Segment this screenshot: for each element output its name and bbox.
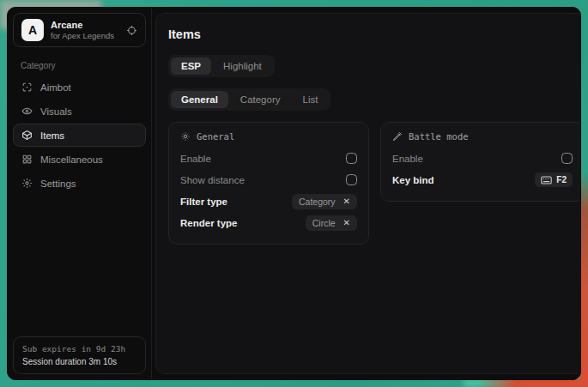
setting-row-filter-type: Filter type Category ✕ [180, 190, 357, 212]
battle-enable-checkbox[interactable] [561, 153, 573, 164]
tab-category[interactable]: Category [230, 91, 291, 108]
tab-esp[interactable]: ESP [171, 57, 211, 75]
crosshair-icon[interactable] [126, 25, 137, 36]
settings-panels: General Enable Show distance Filter type [168, 122, 581, 245]
sidebar-item-aimbot[interactable]: Aimbot [13, 76, 146, 99]
setting-row-battle-enable: Enable [392, 148, 573, 169]
sidebar-item-items[interactable]: Items [13, 124, 146, 147]
app-name: Arcane [51, 20, 114, 30]
sidebar-item-label: Settings [40, 178, 76, 189]
mode-tabs-row: ESP Highlight [168, 55, 581, 77]
main-area: Items ESP Highlight General Category Lis… [152, 8, 581, 379]
gear-icon [21, 178, 33, 189]
sidebar-item-label: Items [40, 130, 64, 141]
session-duration-text: Session duration 3m 10s [22, 357, 136, 366]
panel-title: Battle mode [409, 131, 469, 142]
tab-highlight[interactable]: Highlight [213, 57, 272, 75]
select-value: Circle [312, 218, 336, 228]
mode-tabs: ESP Highlight [168, 55, 275, 77]
battle-mode-panel-header: Battle mode [392, 131, 573, 142]
key-bind-value: F2 [556, 175, 567, 184]
background-red-edge-bottom [477, 379, 588, 387]
sidebar-item-settings[interactable]: Settings [13, 172, 146, 195]
show-distance-checkbox[interactable] [346, 174, 357, 185]
grid-icon [21, 154, 33, 165]
sword-icon [392, 131, 403, 142]
game-background: A Arcane for Apex Legends Category [0, 0, 588, 387]
general-panel-header: General [180, 131, 357, 142]
subscription-card: Sub expires in 9d 23h Session duration 3… [13, 336, 146, 374]
battle-mode-panel: Battle mode Enable Key bind [380, 122, 581, 202]
eye-icon [21, 106, 33, 117]
sub-expires-text: Sub expires in 9d 23h [22, 344, 136, 354]
sidebar-nav: Aimbot Visuals [12, 76, 147, 195]
clear-icon[interactable]: ✕ [343, 197, 350, 206]
setting-row-render-type: Render type Circle ✕ [180, 212, 357, 233]
sidebar-spacer [12, 195, 147, 336]
setting-row-enable: Enable [180, 148, 357, 169]
sub-tabs: General Category List [168, 88, 330, 111]
row-label: Enable [392, 154, 423, 164]
sidebar-item-visuals[interactable]: Visuals [13, 100, 146, 123]
setting-row-show-distance: Show distance [180, 169, 357, 190]
sidebar-item-miscellaneous[interactable]: Miscellaneous [13, 148, 146, 171]
sidebar-item-label: Visuals [40, 106, 72, 117]
category-label: Category [21, 61, 147, 70]
sidebar: A Arcane for Apex Legends Category [8, 8, 152, 379]
app-subtitle: for Apex Legends [51, 31, 114, 40]
tab-general[interactable]: General [171, 91, 228, 108]
main-panel: Items ESP Highlight General Category Lis… [155, 13, 581, 374]
sub-tabs-row: General Category List [168, 88, 581, 111]
arcane-window: A Arcane for Apex Legends Category [7, 7, 581, 380]
sidebar-item-label: Miscellaneous [40, 154, 103, 165]
filter-type-select[interactable]: Category ✕ [292, 194, 357, 209]
keyboard-icon [541, 176, 552, 184]
row-label: Show distance [180, 175, 245, 185]
row-label: Filter type [180, 197, 227, 207]
enable-checkbox[interactable] [346, 153, 357, 164]
setting-row-key-bind: Key bind F2 [392, 169, 573, 190]
select-value: Category [299, 197, 336, 207]
brand-card: A Arcane for Apex Legends [13, 13, 146, 47]
row-label: Enable [180, 154, 211, 164]
sun-icon [180, 131, 191, 142]
tab-list[interactable]: List [293, 91, 329, 108]
box-icon [21, 130, 33, 141]
row-label: Render type [180, 218, 237, 228]
render-type-select[interactable]: Circle ✕ [306, 215, 357, 231]
brand-text: Arcane for Apex Legends [51, 20, 114, 40]
app-logo: A [21, 19, 44, 41]
aim-scan-icon [21, 82, 33, 93]
sidebar-item-label: Aimbot [40, 82, 71, 93]
key-bind-button[interactable]: F2 [535, 172, 573, 187]
page-title: Items [168, 27, 581, 41]
clear-icon[interactable]: ✕ [343, 219, 350, 227]
panel-title: General [197, 131, 234, 142]
row-label: Key bind [392, 175, 434, 185]
general-panel: General Enable Show distance Filter type [168, 122, 369, 245]
